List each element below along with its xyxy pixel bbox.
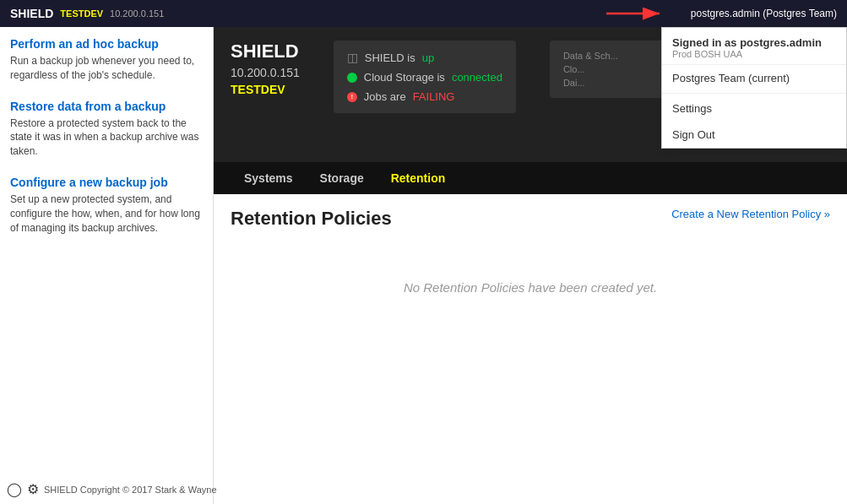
dropdown-team-item[interactable]: Postgres Team (current) (662, 65, 846, 91)
shield-status-label: SHIELD is (365, 51, 415, 64)
shield-logo: SHIELD (10, 7, 53, 20)
sidebar-configure-section: Configure a new backup job Set up a new … (10, 176, 203, 235)
shield-status-row: ◫ SHIELD is up (347, 51, 502, 64)
status-box: ◫ SHIELD is up Cloud Storage is connecte… (334, 41, 516, 113)
sidebar-restore-link[interactable]: Restore data from a backup (10, 100, 203, 113)
dropdown-signout-item[interactable]: Sign Out (662, 122, 846, 148)
dropdown-username: Signed in as postgres.admin (672, 36, 836, 49)
sidebar-adhoc-link[interactable]: Perform an ad hoc backup (10, 37, 203, 51)
footer-copyright: SHIELD Copyright © 2017 Stark & Wayne (44, 485, 214, 495)
data-panel-row1: Clo... (563, 64, 671, 74)
sidebar-restore-desc: Restore a protected system back to the s… (10, 117, 198, 158)
user-label: postgres.admin (Postgres Team) (691, 8, 837, 19)
hero-ip: 10.200.0.151 (231, 66, 300, 79)
sidebar-adhoc-section: Perform an ad hoc backup Run a backup jo… (10, 37, 203, 83)
user-menu-button[interactable]: postgres.admin (Postgres Team) (691, 8, 837, 19)
sidebar-configure-link[interactable]: Configure a new backup job (10, 176, 203, 189)
settings-footer-icon: ⚙ (27, 481, 39, 497)
jobs-status-row: ! Jobs are FAILING (347, 90, 502, 103)
sidebar-adhoc-desc: Run a backup job whenever you need to, r… (10, 55, 194, 81)
topbar-ip: 10.200.0.151 (110, 8, 164, 19)
storage-status-value: connected (452, 71, 502, 84)
jobs-status-label: Jobs are (364, 90, 406, 103)
dropdown-header: Signed in as postgres.admin Prod BOSH UA… (662, 28, 846, 65)
user-dropdown: Signed in as postgres.admin Prod BOSH UA… (661, 27, 847, 149)
tab-storage[interactable]: Storage (307, 165, 377, 192)
github-icon: ◯ (7, 481, 22, 497)
hero-info: SHIELD 10.200.0.151 TESTDEV (231, 41, 300, 96)
tab-systems[interactable]: Systems (231, 165, 307, 192)
sidebar-restore-section: Restore data from a backup Restore a pro… (10, 100, 203, 159)
storage-status-label: Cloud Storage is (364, 71, 445, 84)
shield-status-value: up (422, 51, 434, 64)
hero-env: TESTDEV (231, 83, 300, 96)
jobs-status-value: FAILING (413, 90, 455, 103)
dropdown-separator (662, 93, 846, 94)
topbar: SHIELD TESTDEV 10.200.0.151 postgres.adm… (0, 0, 847, 27)
topbar-left: SHIELD TESTDEV 10.200.0.151 (10, 7, 164, 20)
pointer-arrow-icon (602, 2, 670, 25)
jobs-status-icon: ! (347, 92, 357, 102)
dropdown-settings-item[interactable]: Settings (662, 95, 846, 122)
sidebar: Perform an ad hoc backup Run a backup jo… (0, 27, 214, 504)
shield-status-icon: ◫ (347, 51, 358, 64)
data-panel-row2: Dai... (563, 78, 671, 88)
sidebar-footer: ◯ ⚙ SHIELD Copyright © 2017 Stark & Wayn… (7, 481, 214, 497)
content-area: Create a New Retention Policy » Retentio… (214, 194, 847, 504)
create-retention-link[interactable]: Create a New Retention Policy » (671, 208, 830, 220)
storage-status-icon (347, 73, 357, 83)
storage-status-row: Cloud Storage is connected (347, 71, 502, 84)
env-badge: TESTDEV (60, 8, 103, 19)
dropdown-uaa: Prod BOSH UAA (672, 49, 836, 59)
nav-tabs: Systems Storage Retention (214, 162, 847, 194)
sidebar-configure-desc: Set up a new protected system, and confi… (10, 193, 200, 234)
data-panel-title: Data & Sch... (563, 51, 671, 61)
hero-title: SHIELD (231, 41, 300, 62)
empty-message: No Retention Policies have been created … (231, 280, 830, 295)
tab-retention[interactable]: Retention (377, 165, 459, 192)
